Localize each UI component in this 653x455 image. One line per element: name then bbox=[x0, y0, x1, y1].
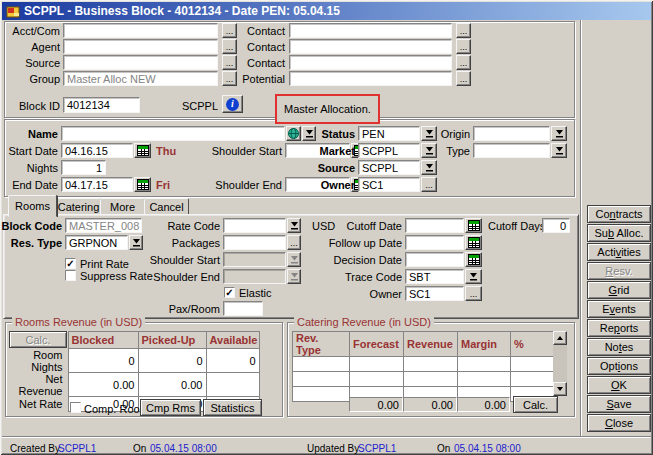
room-nights-picked-up[interactable]: 0 bbox=[138, 349, 206, 373]
cutoff-date-calendar-button[interactable] bbox=[465, 218, 482, 233]
ok-button[interactable]: OK bbox=[587, 376, 651, 394]
contact2-field[interactable] bbox=[289, 39, 452, 54]
acct-com-field[interactable] bbox=[63, 23, 218, 38]
cmp-rms-button[interactable]: Cmp Rms bbox=[140, 399, 201, 416]
tab-owner-field[interactable]: SC1 bbox=[405, 286, 464, 301]
source-code-field[interactable]: SCPPL bbox=[358, 160, 420, 175]
status-field[interactable]: PEN bbox=[358, 126, 420, 141]
decision-date-field[interactable] bbox=[405, 252, 464, 267]
sidebar-divider bbox=[580, 20, 582, 436]
origin-field[interactable] bbox=[473, 126, 550, 141]
type-lov-button[interactable] bbox=[551, 143, 567, 158]
catering-calc-label: Calc. bbox=[523, 399, 548, 411]
catering-scrollbar[interactable] bbox=[553, 331, 567, 396]
end-date-calendar-button[interactable] bbox=[134, 177, 151, 192]
origin-lov-button[interactable] bbox=[551, 126, 567, 141]
pax-room-field[interactable] bbox=[223, 301, 263, 316]
block-code-field[interactable]: MASTER_008 bbox=[65, 218, 142, 233]
sub-alloc-button[interactable]: Sub Alloc. bbox=[587, 224, 651, 242]
reports-button[interactable]: Reports bbox=[587, 319, 651, 337]
contact1-field[interactable] bbox=[289, 23, 452, 38]
contact3-field[interactable] bbox=[289, 55, 452, 70]
rate-code-lov-button[interactable] bbox=[287, 218, 301, 233]
title-bar[interactable]: SCPPL - Business Block - 4012134 - Date … bbox=[2, 2, 651, 20]
print-rate-checkbox[interactable]: ✓ bbox=[65, 258, 76, 269]
end-date-field[interactable]: 04.17.15 bbox=[61, 177, 133, 192]
name-field[interactable] bbox=[61, 126, 285, 141]
info-button[interactable]: i bbox=[222, 95, 243, 113]
events-button[interactable]: Events bbox=[587, 300, 651, 318]
scroll-down-button[interactable] bbox=[553, 382, 567, 396]
close-button[interactable]: Close bbox=[587, 414, 651, 432]
options-button[interactable]: Options bbox=[587, 357, 651, 375]
contact2-lookup-button[interactable]: ... bbox=[456, 39, 471, 54]
cell[interactable] bbox=[293, 387, 350, 402]
potential-field[interactable] bbox=[289, 71, 452, 86]
catering-calc-button[interactable]: Calc. bbox=[513, 396, 558, 413]
save-button[interactable]: Save bbox=[587, 395, 651, 413]
res-type-field[interactable]: GRPNON bbox=[65, 235, 128, 250]
cell[interactable] bbox=[511, 372, 554, 387]
follow-up-date-calendar-button[interactable] bbox=[465, 235, 482, 250]
net-revenue-picked-up[interactable]: 0.00 bbox=[138, 373, 206, 397]
comp-rooms-checkbox[interactable] bbox=[70, 402, 81, 413]
label-part: K bbox=[620, 379, 627, 391]
potential-lookup-button[interactable]: ... bbox=[456, 71, 471, 86]
trace-code-lov-button[interactable] bbox=[465, 269, 482, 284]
packages-field[interactable] bbox=[223, 235, 286, 250]
scroll-up-button[interactable] bbox=[553, 331, 567, 345]
cell[interactable] bbox=[293, 372, 350, 387]
owner-field[interactable]: SC1 bbox=[358, 177, 420, 192]
net-revenue-blocked[interactable]: 0.00 bbox=[68, 373, 138, 397]
cell[interactable] bbox=[293, 357, 350, 372]
market-field[interactable]: SCPPL bbox=[358, 143, 420, 158]
notes-button[interactable]: Notes bbox=[587, 338, 651, 356]
trace-code-field[interactable]: SBT bbox=[405, 269, 464, 284]
cutoff-days-field[interactable]: 0 bbox=[542, 218, 570, 233]
net-revenue-available[interactable] bbox=[206, 373, 259, 397]
group-field[interactable]: Master Alloc NEW bbox=[63, 71, 218, 86]
statistics-button[interactable]: Statistics bbox=[203, 399, 262, 416]
chevron-down-icon bbox=[469, 272, 478, 281]
type-field[interactable] bbox=[473, 143, 550, 158]
contracts-button[interactable]: Contracts bbox=[587, 205, 651, 223]
cutoff-date-field[interactable] bbox=[405, 218, 464, 233]
start-date-calendar-button[interactable] bbox=[134, 143, 151, 158]
cell[interactable] bbox=[458, 357, 511, 372]
suppress-rate-checkbox[interactable] bbox=[65, 270, 76, 281]
decision-date-calendar-button[interactable] bbox=[465, 252, 482, 267]
source-lov-button[interactable] bbox=[421, 160, 437, 175]
cell[interactable] bbox=[350, 357, 404, 372]
grid-button[interactable]: Grid bbox=[587, 281, 651, 299]
room-nights-available[interactable]: 0 bbox=[206, 349, 259, 373]
tab-shoulder-start-field bbox=[223, 252, 286, 267]
nights-label: Nights bbox=[0, 162, 58, 174]
rate-code-field[interactable] bbox=[223, 218, 286, 233]
cell[interactable] bbox=[350, 372, 404, 387]
nights-field[interactable]: 1 bbox=[61, 160, 106, 175]
cell[interactable] bbox=[458, 372, 511, 387]
block-id-field[interactable]: 4012134 bbox=[63, 97, 140, 113]
contact1-lookup-button[interactable]: ... bbox=[456, 23, 471, 38]
start-date-field[interactable]: 04.16.15 bbox=[61, 143, 133, 158]
label-part: Opt bbox=[600, 360, 618, 372]
name-lov-button[interactable] bbox=[302, 126, 316, 141]
contact3-label: Contact bbox=[225, 57, 285, 69]
cell[interactable] bbox=[511, 357, 554, 372]
cell[interactable] bbox=[404, 372, 458, 387]
agent-field[interactable] bbox=[63, 39, 218, 54]
elastic-checkbox[interactable]: ✓ bbox=[224, 287, 235, 298]
name-globe-button[interactable] bbox=[286, 126, 301, 141]
tab-owner-lookup-button[interactable]: ... bbox=[465, 286, 482, 301]
source-field[interactable] bbox=[63, 55, 218, 70]
room-nights-blocked[interactable]: 0 bbox=[68, 349, 138, 373]
res-type-label: Res. Type bbox=[0, 237, 62, 249]
activities-button[interactable]: Activities bbox=[587, 243, 651, 261]
cell[interactable] bbox=[404, 357, 458, 372]
mnemonic: O bbox=[611, 379, 620, 391]
follow-up-date-field[interactable] bbox=[405, 235, 464, 250]
contact3-lookup-button[interactable]: ... bbox=[456, 55, 471, 70]
owner-lookup-button[interactable]: ... bbox=[421, 177, 437, 192]
packages-lookup-button[interactable]: ... bbox=[287, 235, 301, 250]
tab-rooms[interactable]: Rooms bbox=[8, 195, 57, 217]
